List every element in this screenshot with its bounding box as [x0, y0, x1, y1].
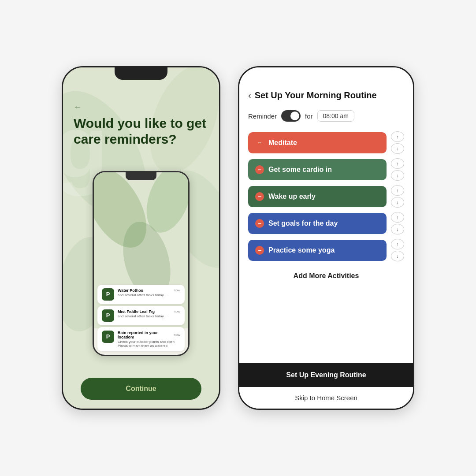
- notif-icon-3: P: [102, 331, 114, 343]
- activity-row-goals: − Set goals for the day ↑ ↓: [248, 212, 404, 234]
- down-btn-yoga[interactable]: ↓: [391, 251, 404, 261]
- inner-phone: P Water Pothos now and several other tas…: [93, 171, 190, 356]
- order-btns-wake: ↑ ↓: [391, 185, 404, 208]
- reminder-toggle[interactable]: [281, 110, 301, 122]
- down-btn-goals[interactable]: ↓: [391, 224, 404, 234]
- activity-label-wake: Wake up early: [268, 193, 316, 201]
- notif-card-2: P Mist Fiddle Leaf Fig now and several o…: [97, 306, 185, 325]
- activities-list: − Meditate ↑ ↓ − Get some cardio in: [239, 128, 413, 363]
- down-btn-wake[interactable]: ↓: [391, 197, 404, 208]
- reminder-row: Reminder for 08:00 am: [239, 107, 413, 128]
- toggle-knob: [290, 112, 299, 120]
- time-picker[interactable]: 08:00 am: [317, 110, 354, 122]
- notif-card-3: P Rain reported in your location! now Ch…: [97, 327, 185, 351]
- remove-cardio[interactable]: −: [255, 165, 264, 174]
- notif-time-3: now: [174, 333, 180, 337]
- notif-time-1: now: [174, 288, 180, 292]
- down-btn-cardio[interactable]: ↓: [391, 170, 404, 181]
- activity-label-cardio: Get some cardio in: [268, 166, 332, 174]
- notification-list: P Water Pothos now and several other tas…: [94, 281, 188, 355]
- activity-label-yoga: Practice some yoga: [268, 246, 335, 254]
- order-btns-cardio: ↑ ↓: [391, 158, 404, 181]
- notif-title-1: Water Pothos: [118, 288, 143, 293]
- notif-subtitle-1: and several other tasks today...: [118, 293, 180, 297]
- left-phone: g ← Would you like to get care reminders…: [62, 66, 220, 410]
- evening-routine-button[interactable]: Set Up Evening Routine: [239, 363, 413, 387]
- remove-wake[interactable]: −: [255, 192, 264, 201]
- inner-phone-notch: [126, 172, 156, 180]
- up-btn-cardio[interactable]: ↑: [391, 158, 404, 169]
- right-header: ‹ Set Up Your Morning Routine: [239, 67, 413, 107]
- notif-subtitle-2: and several other tasks today...: [118, 314, 180, 318]
- notif-title-2: Mist Fiddle Leaf Fig: [118, 309, 155, 314]
- down-btn-meditate[interactable]: ↓: [391, 143, 404, 154]
- activity-pill-meditate[interactable]: − Meditate: [248, 132, 387, 153]
- back-arrow-left: ←: [74, 103, 208, 112]
- skip-button[interactable]: Skip to Home Screen: [239, 387, 413, 409]
- remove-meditate[interactable]: −: [255, 138, 264, 147]
- order-btns-goals: ↑ ↓: [391, 212, 404, 234]
- remove-yoga[interactable]: −: [255, 246, 264, 255]
- activity-label-goals: Set goals for the day: [268, 219, 338, 227]
- activity-row-yoga: − Practice some yoga ↑ ↓: [248, 239, 404, 261]
- notif-subtitle-3: Check your outdoor plants and open Plant…: [118, 340, 180, 348]
- reminder-label: Reminder: [248, 112, 277, 120]
- notif-card-1: P Water Pothos now and several other tas…: [97, 285, 185, 304]
- up-btn-meditate[interactable]: ↑: [391, 131, 404, 142]
- continue-button[interactable]: Continue: [81, 378, 201, 400]
- notif-body-3: Rain reported in your location! now Chec…: [118, 331, 180, 348]
- activity-row-wake: − Wake up early ↑ ↓: [248, 185, 404, 208]
- notif-body-1: Water Pothos now and several other tasks…: [118, 288, 180, 297]
- back-button[interactable]: ‹: [248, 90, 251, 100]
- activity-row-meditate: − Meditate ↑ ↓: [248, 131, 404, 154]
- up-btn-yoga[interactable]: ↑: [391, 239, 404, 249]
- up-btn-goals[interactable]: ↑: [391, 212, 404, 223]
- activity-label-meditate: Meditate: [268, 139, 297, 147]
- remove-goals[interactable]: −: [255, 219, 264, 228]
- activity-row-cardio: − Get some cardio in ↑ ↓: [248, 158, 404, 181]
- left-headline: Would you like to get care reminders?: [74, 115, 208, 147]
- notif-title-3: Rain reported in your location!: [118, 331, 174, 339]
- for-label: for: [305, 112, 313, 120]
- activity-pill-cardio[interactable]: − Get some cardio in: [248, 159, 387, 180]
- activity-pill-wake[interactable]: − Wake up early: [248, 186, 387, 207]
- bottom-actions: Set Up Evening Routine Skip to Home Scre…: [239, 363, 413, 409]
- notif-icon-2: P: [102, 309, 114, 322]
- main-container: g ← Would you like to get care reminders…: [44, 48, 432, 428]
- activity-pill-yoga[interactable]: − Practice some yoga: [248, 240, 387, 261]
- order-btns-meditate: ↑ ↓: [391, 131, 404, 154]
- right-phone: ‹ Set Up Your Morning Routine Reminder f…: [238, 66, 414, 410]
- notif-body-2: Mist Fiddle Leaf Fig now and several oth…: [118, 309, 180, 318]
- inner-phone-wrap: P Water Pothos now and several other tas…: [74, 154, 208, 372]
- notif-icon-1: P: [102, 288, 114, 301]
- activity-pill-goals[interactable]: − Set goals for the day: [248, 213, 387, 234]
- up-btn-wake[interactable]: ↑: [391, 185, 404, 196]
- add-more-button[interactable]: Add More Activities: [248, 266, 404, 286]
- notch-left: [115, 67, 167, 80]
- notif-time-2: now: [174, 309, 180, 313]
- order-btns-yoga: ↑ ↓: [391, 239, 404, 261]
- page-title: Set Up Your Morning Routine: [255, 90, 404, 100]
